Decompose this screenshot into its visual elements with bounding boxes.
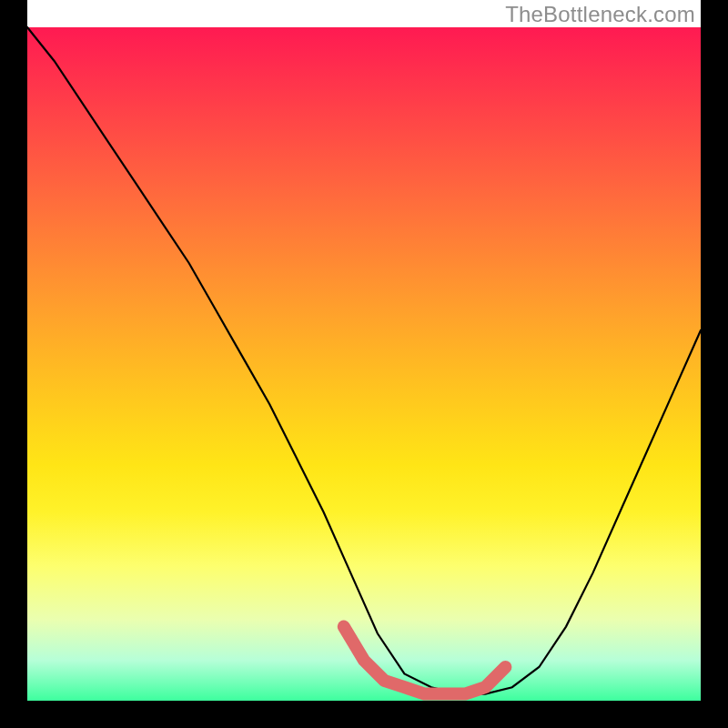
plot-area [27, 27, 701, 701]
chart-frame: TheBottleneck.com [0, 0, 728, 728]
curve-line [27, 27, 701, 694]
watermark-text: TheBottleneck.com [505, 2, 695, 27]
chart-svg [27, 27, 701, 701]
